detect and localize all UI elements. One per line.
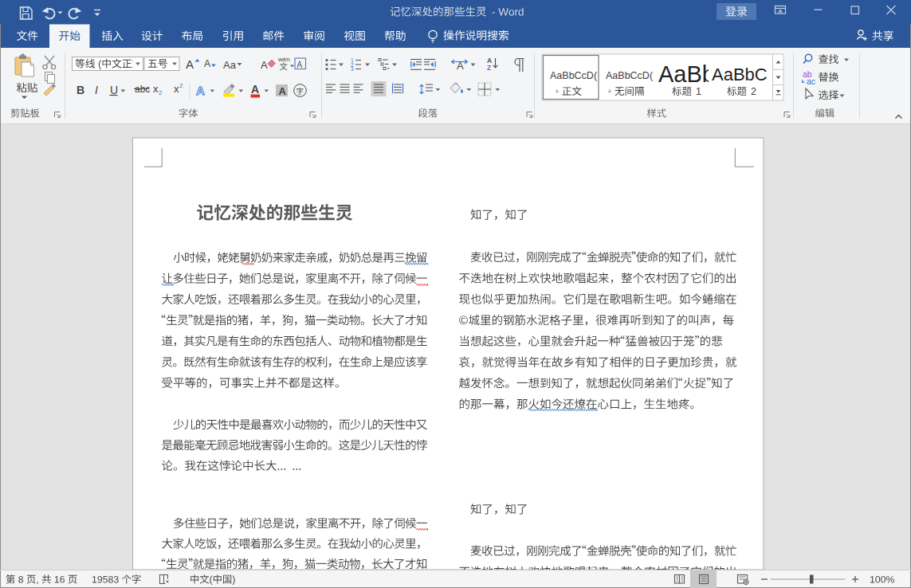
svg-text:3: 3 <box>351 66 354 72</box>
svg-text:1: 1 <box>696 86 701 97</box>
svg-text:AaBbC: AaBbC <box>712 65 768 84</box>
svg-text:AaBbCcD(: AaBbCcD( <box>606 70 654 81</box>
svg-text:2: 2 <box>751 86 756 97</box>
svg-text:x: x <box>174 83 179 95</box>
svg-text:wén: wén <box>277 56 290 63</box>
svg-text:A: A <box>186 57 194 71</box>
svg-text:2: 2 <box>159 89 163 96</box>
svg-text:A: A <box>204 58 210 69</box>
svg-text:U: U <box>110 84 118 96</box>
svg-text:Aa: Aa <box>223 59 237 71</box>
svg-text:A: A <box>251 83 259 96</box>
svg-text:AaBb: AaBb <box>658 61 715 87</box>
svg-text:AaBbCcD(: AaBbCcD( <box>550 70 598 81</box>
svg-text:A: A <box>261 59 268 71</box>
svg-text:x: x <box>153 83 159 95</box>
svg-text:Z: Z <box>487 64 491 72</box>
svg-text:I: I <box>95 84 98 96</box>
svg-text:2: 2 <box>179 82 183 89</box>
svg-text:ac: ac <box>807 76 815 86</box>
svg-text:A: A <box>279 85 287 97</box>
svg-text:A: A <box>196 84 205 97</box>
svg-text:B: B <box>77 84 84 96</box>
